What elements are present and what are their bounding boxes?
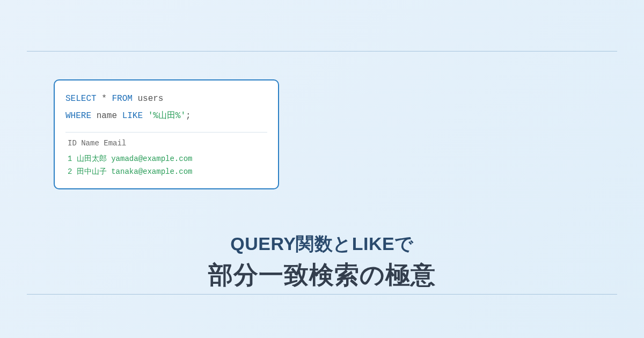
divider-top (27, 51, 617, 52)
keyword-from: FROM (112, 94, 132, 104)
col-email: Email (104, 139, 126, 148)
cell-name: 山田太郎 (77, 155, 107, 163)
headline: QUERY関数とLIKEで 部分一致検索の極意 (0, 232, 644, 292)
sql-table: users (137, 94, 163, 104)
col-id: ID (68, 139, 77, 148)
keyword-where: WHERE (65, 111, 91, 121)
divider-bottom (27, 294, 617, 295)
sql-star: * (101, 94, 107, 104)
sql-query: SELECT * FROM users WHERE name LIKE '%山田… (65, 90, 267, 124)
sql-result-divider (65, 132, 267, 133)
keyword-like: LIKE (122, 111, 143, 121)
result-row: 2 田中山子 tanaka@example.com (68, 166, 267, 179)
sql-example-box: SELECT * FROM users WHERE name LIKE '%山田… (54, 79, 279, 189)
sql-pattern: '%山田%' (148, 111, 186, 121)
result-header: ID Name Email (68, 139, 267, 148)
cell-name: 田中山子 (77, 167, 107, 176)
keyword-select: SELECT (65, 94, 97, 104)
cell-id: 2 (68, 167, 72, 176)
col-name: Name (81, 139, 99, 148)
cell-id: 1 (68, 155, 72, 163)
cell-email: tanaka@example.com (111, 167, 192, 176)
headline-line1: QUERY関数とLIKEで (0, 232, 644, 256)
result-row: 1 山田太郎 yamada@example.com (68, 153, 267, 166)
headline-line2: 部分一致検索の極意 (0, 259, 644, 292)
sql-terminator: ; (186, 111, 191, 121)
cell-email: yamada@example.com (111, 155, 192, 163)
sql-column: name (97, 111, 117, 121)
